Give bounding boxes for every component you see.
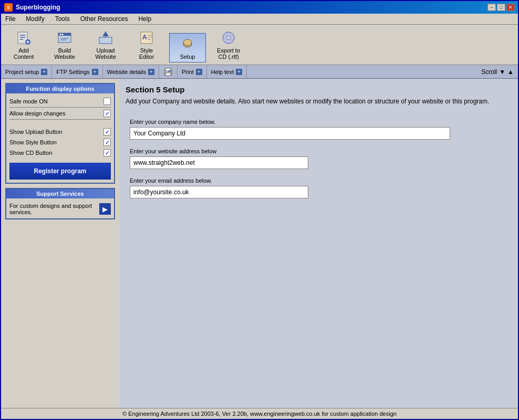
maximize-button[interactable]: □ — [497, 4, 505, 11]
toolbar-setup[interactable]: Setup — [169, 33, 206, 62]
divider-1 — [9, 107, 111, 108]
setup-icon — [179, 36, 196, 52]
svg-rect-13 — [99, 37, 112, 44]
show-upload-label: Show Upload Button — [9, 129, 62, 135]
menu-tools[interactable]: Tools — [53, 15, 72, 23]
safe-mode-label: Safe mode ON — [9, 98, 48, 104]
sub-btn-website-details[interactable]: Website details + — [103, 65, 159, 78]
email-input[interactable] — [130, 186, 308, 198]
sub-btn-project-setup[interactable]: Project setup + — [1, 65, 52, 78]
window-title: Superblogging — [16, 4, 60, 11]
main-panel: Section 5 Setup Add your Company and web… — [119, 79, 518, 408]
sub-btn-help-text[interactable]: Help text + — [207, 65, 247, 78]
support-services-box: Support Services For custom designs and … — [5, 188, 115, 219]
website-input[interactable] — [130, 156, 308, 169]
support-arrow-button[interactable]: ▶ — [99, 203, 111, 215]
scroll-up-icon[interactable]: ▲ — [507, 68, 514, 76]
footer: © Engineering Adventures Ltd 2003-6, Ver… — [1, 408, 518, 419]
minimize-button[interactable]: − — [487, 4, 496, 11]
scroll-label: Scroll — [481, 68, 497, 76]
email-label: Enter your email address below. — [130, 177, 507, 184]
svg-rect-30 — [165, 73, 171, 76]
function-display-box: Function display options Safe mode ON Al… — [5, 83, 115, 184]
build-website-icon — [56, 29, 73, 46]
menu-other-resources[interactable]: Other Resources — [78, 15, 130, 23]
content-area: Function display options Safe mode ON Al… — [1, 79, 518, 408]
show-upload-checkbox[interactable] — [103, 128, 111, 135]
print-icon — [163, 67, 173, 77]
footer-text: © Engineering Adventures Ltd 2003-6, Ver… — [122, 411, 397, 417]
scroll-controls[interactable]: Scroll ▼ ▲ — [477, 65, 518, 78]
svg-point-26 — [227, 36, 230, 39]
show-style-option: Show Style Button — [9, 139, 111, 146]
toolbar-style-editor[interactable]: A Style Editor — [128, 27, 165, 62]
company-label: Enter your company name below. — [130, 119, 507, 125]
show-cd-label: Show CD Button — [9, 150, 52, 156]
close-button[interactable]: ✕ — [506, 4, 515, 11]
form-area: Enter your company name below. Enter you… — [126, 114, 512, 402]
show-upload-option: Show Upload Button — [9, 128, 111, 135]
export-cd-icon — [220, 29, 237, 46]
show-cd-checkbox[interactable] — [103, 149, 111, 156]
show-style-checkbox[interactable] — [103, 139, 111, 146]
allow-design-option: Allow design changes — [9, 110, 111, 117]
show-style-label: Show Style Button — [9, 139, 57, 145]
main-toolbar: Add Content Build Website — [1, 25, 518, 65]
svg-text:A: A — [142, 34, 147, 41]
svg-point-9 — [60, 34, 61, 35]
company-form-group: Enter your company name below. — [130, 119, 507, 140]
application-window: S Superblogging − □ ✕ File Modify Tools … — [0, 0, 519, 420]
app-icon: S — [4, 3, 13, 12]
title-bar: S Superblogging − □ ✕ — [1, 1, 518, 14]
safe-mode-checkbox[interactable] — [103, 98, 111, 105]
menu-file[interactable]: File — [3, 15, 17, 23]
scroll-down-icon[interactable]: ▼ — [499, 68, 505, 76]
support-text: For custom designs and support services. — [9, 203, 96, 215]
toolbar-build-website[interactable]: Build Website — [46, 27, 83, 62]
company-input[interactable] — [130, 127, 450, 140]
website-label: Enter your website address below — [130, 148, 507, 154]
toolbar-export-cd[interactable]: Export to CD (.rtf) — [210, 27, 247, 62]
sub-btn-print[interactable] — [159, 65, 178, 78]
allow-design-label: Allow design changes — [9, 110, 65, 117]
toolbar-add-content[interactable]: Add Content — [5, 27, 42, 62]
safe-mode-option: Safe mode ON — [9, 98, 111, 105]
sub-btn-ftp-settings[interactable]: FTP Settings + — [52, 65, 102, 78]
menu-help[interactable]: Help — [136, 15, 153, 23]
divider-2 — [9, 119, 111, 120]
show-cd-option: Show CD Button — [9, 149, 111, 156]
allow-design-checkbox[interactable] — [103, 110, 111, 117]
menu-bar: File Modify Tools Other Resources Help — [1, 14, 518, 25]
section-description: Add your Company and website details. Al… — [126, 97, 512, 106]
register-button[interactable]: Register program — [9, 163, 111, 180]
sub-toolbar: Project setup + FTP Settings + Website d… — [1, 65, 518, 79]
svg-point-22 — [183, 39, 192, 46]
svg-point-10 — [62, 34, 64, 35]
svg-rect-31 — [169, 70, 171, 72]
toolbar-upload-website[interactable]: Upload Website — [87, 27, 124, 62]
website-form-group: Enter your website address below — [130, 148, 507, 169]
style-editor-icon: A — [138, 29, 155, 46]
sub-btn-print-label[interactable]: Print + — [178, 65, 207, 78]
email-form-group: Enter your email address below. — [130, 177, 507, 198]
support-services-title: Support Services — [6, 189, 114, 198]
section-title: Section 5 Setup — [126, 85, 512, 94]
sidebar: Function display options Safe mode ON Al… — [1, 79, 119, 408]
menu-modify[interactable]: Modify — [24, 15, 46, 23]
upload-website-icon — [97, 29, 114, 46]
function-display-title: Function display options — [6, 84, 114, 93]
add-content-icon — [15, 29, 32, 46]
